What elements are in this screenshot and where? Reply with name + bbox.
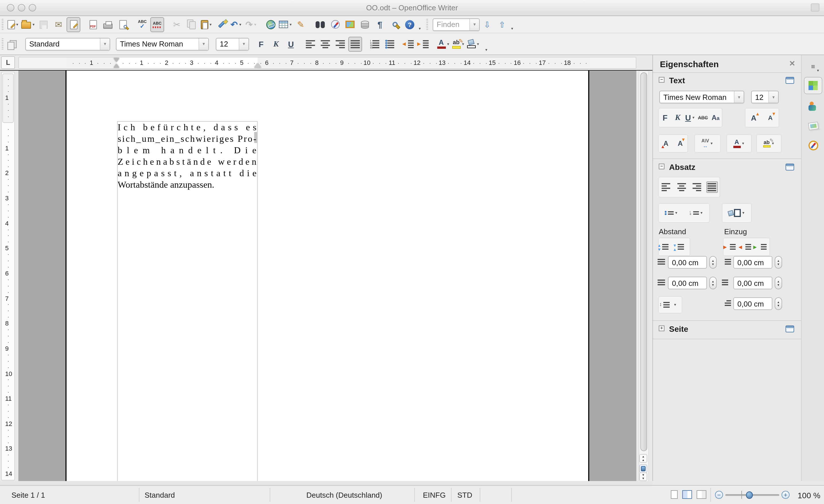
chevron-down-icon[interactable]: ▾: [470, 19, 479, 30]
section-header-paragraph[interactable]: − Absatz: [659, 163, 696, 172]
paragraph-style-select[interactable]: Standard ▾: [25, 37, 110, 50]
find-toolbar-input[interactable]: Finden ▾: [433, 18, 480, 31]
italic-button[interactable]: K: [269, 36, 283, 52]
toolbar-handle[interactable]: [2, 38, 3, 49]
sidebar-underline-button[interactable]: U▾: [685, 112, 696, 123]
chevron-down-icon[interactable]: ▾: [734, 91, 744, 103]
left-indent-marker[interactable]: [114, 64, 119, 68]
navigation-button[interactable]: [639, 465, 647, 473]
tab-styles[interactable]: [804, 98, 822, 115]
open-button[interactable]: ▾: [21, 17, 35, 32]
close-icon[interactable]: ✕: [789, 59, 795, 68]
toolbar-overflow-button[interactable]: ▾: [418, 26, 422, 31]
next-page-button[interactable]: ▼▼: [639, 473, 647, 481]
section-header-page[interactable]: + Seite: [659, 324, 688, 333]
sidebar-numbered-list-button[interactable]: III▾: [690, 207, 704, 219]
auto-spellcheck-button[interactable]: ABC: [150, 17, 164, 32]
above-spacing-spinner[interactable]: ▲▼: [709, 256, 717, 269]
titlebar[interactable]: OO.odt – OpenOffice Writer: [0, 0, 824, 16]
line-spacing-button[interactable]: ↕ ▾: [663, 299, 677, 311]
document-line[interactable]: Wortabstände anzupassen.: [118, 179, 256, 191]
sidebar-bullet-list-button[interactable]: ▾: [664, 207, 678, 219]
book-view-button[interactable]: [697, 490, 706, 499]
chevron-down-icon[interactable]: ▾: [100, 38, 110, 49]
chevron-down-icon[interactable]: ▾: [289, 22, 293, 27]
sidebar-font-color-button[interactable]: A ▾: [733, 138, 745, 149]
collapse-icon[interactable]: −: [659, 77, 664, 83]
chevron-down-icon[interactable]: ▾: [741, 211, 745, 215]
sidebar-align-justify-button[interactable]: [706, 181, 718, 193]
sidebar-menu-button[interactable]: ≡ ▾: [804, 58, 822, 75]
document-line[interactable]: angepasst, anstatt die: [118, 168, 256, 179]
first-line-indent-spinner[interactable]: ▲▼: [775, 297, 782, 310]
styles-formatting-button[interactable]: [6, 36, 20, 52]
zoom-level-value[interactable]: 100 %: [798, 491, 820, 500]
formatting-marks-button[interactable]: ¶: [373, 17, 387, 32]
sidebar-align-left-button[interactable]: [661, 181, 672, 193]
zoom-slider-thumb[interactable]: [746, 491, 753, 499]
above-paragraph-spacing-field[interactable]: 0,00 cm: [668, 256, 707, 269]
tab-gallery[interactable]: [804, 117, 822, 134]
after-indent-spinner[interactable]: ▲▼: [775, 277, 782, 289]
insert-mode-status[interactable]: EINFG: [423, 491, 445, 499]
chevron-down-icon[interactable]: ▾: [673, 303, 677, 307]
hyperlink-button[interactable]: [264, 17, 278, 32]
hanging-indent-button[interactable]: ▶: [756, 241, 767, 253]
page-dialog-launcher-icon[interactable]: [786, 325, 794, 332]
print-button[interactable]: [101, 17, 115, 32]
document-line[interactable]: Ich befürchte, dass es: [118, 122, 256, 133]
sidebar-align-center-button[interactable]: [676, 181, 688, 193]
sidebar-font-name-select[interactable]: Times New Roman ▾: [659, 91, 744, 103]
decrease-paragraph-spacing-button[interactable]: ▼▲: [676, 241, 688, 253]
decrease-indent-button[interactable]: ◀: [402, 36, 416, 52]
background-color-button[interactable]: ▾: [467, 36, 480, 52]
align-center-button[interactable]: [318, 36, 332, 52]
page-number-status[interactable]: Seite 1 / 1: [11, 491, 45, 499]
navigator-button[interactable]: [328, 17, 342, 32]
tab-navigator[interactable]: [804, 137, 822, 154]
chevron-down-icon[interactable]: ▾: [692, 115, 696, 120]
cut-button[interactable]: ✂: [170, 17, 184, 32]
font-name-select[interactable]: Times New Roman ▾: [116, 37, 209, 50]
chevron-down-icon[interactable]: ▾: [238, 22, 242, 27]
chevron-down-icon[interactable]: ▾: [239, 38, 248, 49]
toolbar-overflow-button[interactable]: ▾: [510, 26, 514, 31]
sidebar-italic-button[interactable]: K: [672, 112, 684, 123]
shrink-font-button[interactable]: A▼: [675, 138, 686, 149]
chevron-down-icon[interactable]: ▾: [674, 211, 678, 215]
first-line-indent-field[interactable]: 0,00 cm: [733, 297, 772, 310]
language-status[interactable]: Deutsch (Deutschland): [281, 491, 407, 499]
font-color-button[interactable]: A ▾: [437, 36, 450, 52]
find-next-button[interactable]: ⇩: [480, 17, 494, 32]
paragraph-dialog-launcher-icon[interactable]: [786, 164, 794, 171]
bold-button[interactable]: F: [254, 36, 268, 52]
sidebar-increase-indent-button[interactable]: ▶: [726, 241, 737, 253]
page-style-status[interactable]: Standard: [144, 491, 175, 499]
page-preview-button[interactable]: [116, 17, 130, 32]
single-page-view-button[interactable]: [671, 490, 678, 499]
sidebar-align-right-button[interactable]: [691, 181, 703, 193]
copy-button[interactable]: [185, 17, 199, 32]
collapse-icon[interactable]: −: [659, 164, 664, 169]
tab-stop-type-selector[interactable]: L: [1, 56, 15, 69]
character-spacing-button[interactable]: A\V ↔ ▾: [702, 138, 714, 149]
data-sources-button[interactable]: [358, 17, 372, 32]
toolbar-overflow-button[interactable]: ▾: [484, 47, 488, 52]
edit-file-button[interactable]: [67, 17, 80, 32]
redo-button[interactable]: ↷ ▾: [244, 17, 258, 32]
gallery-button[interactable]: [343, 17, 357, 32]
increase-indent-button[interactable]: ▶: [417, 36, 431, 52]
paragraph-background-button[interactable]: ▾: [728, 207, 745, 219]
highlighting-button[interactable]: ab ✎ ▾: [451, 36, 466, 52]
draw-functions-button[interactable]: ✎: [294, 17, 308, 32]
chevron-down-icon[interactable]: ▾: [15, 22, 19, 27]
grow-font-button[interactable]: A▲: [660, 138, 672, 149]
chevron-down-icon[interactable]: ▾: [209, 22, 213, 27]
chevron-down-icon[interactable]: ▾: [446, 41, 450, 46]
sidebar-bold-button[interactable]: F: [659, 112, 671, 123]
chevron-down-icon[interactable]: ▾: [253, 22, 258, 27]
selection-mode-status[interactable]: STD: [457, 491, 472, 499]
sidebar-decrease-indent-button[interactable]: ◀: [741, 241, 752, 253]
insert-table-button[interactable]: ▾: [279, 17, 293, 32]
chevron-down-icon[interactable]: ▾: [741, 141, 745, 146]
